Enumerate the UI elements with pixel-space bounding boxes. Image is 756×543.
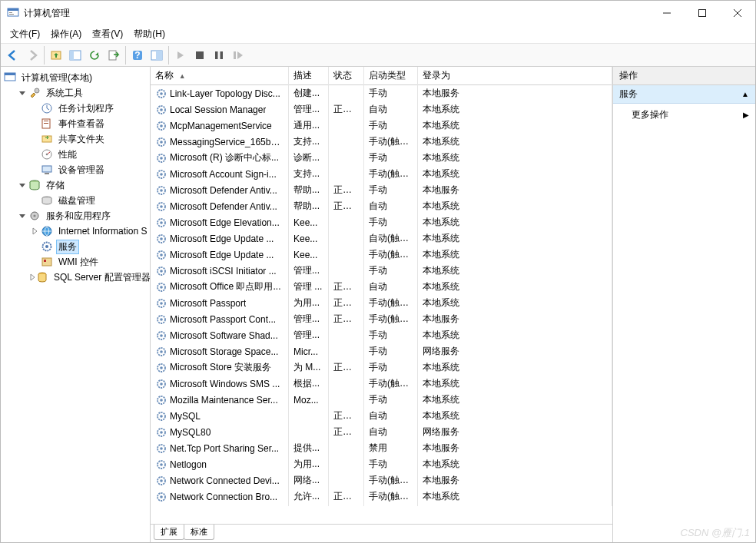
title-bar: 计算机管理 (1, 1, 755, 25)
service-row[interactable]: Microsoft Account Sign-i...支持...手动(触发...… (151, 166, 612, 182)
back-button[interactable] (4, 46, 22, 65)
service-row[interactable]: Local Session Manager管理...正在...自动本地系统 (151, 101, 612, 118)
svg-point-69 (160, 302, 163, 305)
service-row[interactable]: Netlogon为用...手动本地系统 (151, 456, 612, 472)
svg-rect-5 (699, 10, 706, 17)
menu-help[interactable]: 帮助(H) (129, 26, 170, 42)
pause-service-button[interactable] (210, 46, 228, 65)
refresh-button[interactable] (85, 46, 104, 65)
service-row[interactable]: Microsoft Storage Space...Micr...手动网络服务 (151, 343, 612, 359)
tree-label: 系统工具 (44, 86, 85, 101)
tree-item[interactable]: SQL Server 配置管理器 (25, 270, 150, 285)
tree-item[interactable]: 设备管理器 (25, 162, 150, 177)
service-row[interactable]: Microsoft Edge Update ...Kee...手动(触发...本… (151, 247, 612, 263)
properties-button[interactable] (148, 46, 166, 65)
tree-pane[interactable]: 计算机管理(本地)系统工具任务计划程序事件查看器共享文件夹性能设备管理器存储磁盘… (1, 67, 151, 542)
close-button[interactable] (720, 1, 755, 25)
bottom-tabs: 扩展 标准 (151, 524, 612, 542)
service-row[interactable]: Microsoft Defender Antiv...帮助...正在...手动本… (151, 182, 612, 198)
service-row[interactable]: Network Connection Bro...允许...正在...手动(触发… (151, 488, 612, 505)
service-list[interactable]: Link-Layer Topology Disc...创建...手动本地服务Lo… (151, 85, 612, 524)
service-row[interactable]: Microsoft Passport为用...正在...手动(触发...本地系统 (151, 295, 612, 311)
service-row[interactable]: MySQL正在...自动本地系统 (151, 408, 612, 424)
stop-service-button[interactable] (191, 46, 209, 65)
column-startup[interactable]: 启动类型 (364, 67, 418, 85)
service-row[interactable]: Net.Tcp Port Sharing Ser...提供...禁用本地服务 (151, 440, 612, 456)
service-row[interactable]: MySQL80正在...自动网络服务 (151, 424, 612, 440)
service-row[interactable]: MessagingService_165b5...支持...手动(触发...本地… (151, 134, 612, 150)
svg-point-29 (46, 154, 48, 156)
action-group-services[interactable]: 服务 ▲ (613, 85, 755, 104)
service-name: McpManagementService (170, 121, 272, 131)
restart-service-button[interactable] (229, 46, 247, 65)
menu-file[interactable]: 文件(F) (5, 26, 45, 42)
tree-item[interactable]: 存储 (13, 177, 150, 193)
show-hide-tree-button[interactable] (66, 46, 85, 65)
action-more[interactable]: 更多操作 ▶ (613, 104, 755, 126)
svg-rect-16 (196, 51, 204, 59)
menu-view[interactable]: 查看(V) (88, 26, 128, 42)
gear-icon (155, 313, 167, 326)
menu-action[interactable]: 操作(A) (46, 26, 86, 42)
svg-point-59 (160, 221, 163, 224)
service-row[interactable]: Mozilla Maintenance Ser...Moz...手动本地系统 (151, 392, 612, 408)
service-name: Microsoft Passport (170, 298, 246, 309)
svg-point-67 (160, 286, 163, 289)
service-row[interactable]: Microsoft Office 即点即用...管理 ...正在...自动本地系… (151, 279, 612, 295)
tab-extended[interactable]: 扩展 (154, 525, 184, 540)
tree-item[interactable]: 磁盘管理 (25, 193, 150, 208)
service-row[interactable]: Microsoft Defender Antiv...帮助...正在...自动本… (151, 198, 612, 214)
gear-icon (155, 88, 167, 100)
service-row[interactable]: Microsoft Software Shad...管理...手动本地系统 (151, 327, 612, 343)
service-row[interactable]: Microsoft Edge Update ...Kee...自动(触发...本… (151, 230, 612, 247)
maximize-button[interactable] (685, 1, 720, 25)
tree-item[interactable]: Internet Information S (25, 223, 150, 239)
menu-bar: 文件(F) 操作(A) 查看(V) 帮助(H) (1, 25, 755, 44)
help-button[interactable]: ? (128, 46, 147, 65)
gear-icon (155, 120, 167, 132)
service-name: Microsoft Defender Antiv... (170, 185, 277, 196)
service-row[interactable]: Microsoft Passport Cont...管理...正在...手动(触… (151, 311, 612, 327)
service-name: Microsoft Edge Elevation... (170, 217, 280, 228)
service-row[interactable]: Link-Layer Topology Disc...创建...手动本地服务 (151, 85, 612, 101)
service-name: Microsoft Office 即点即用... (170, 280, 280, 293)
up-button[interactable] (47, 46, 65, 65)
service-row[interactable]: Microsoft (R) 诊断中心标...诊断...手动本地系统 (151, 150, 612, 166)
tree-item[interactable]: 服务 (25, 239, 150, 254)
gear-icon (155, 329, 167, 342)
service-row[interactable]: McpManagementService通用...手动本地系统 (151, 118, 612, 134)
tree-item[interactable]: 任务计划程序 (25, 101, 150, 116)
column-status[interactable]: 状态 (329, 67, 364, 85)
column-desc[interactable]: 描述 (289, 67, 329, 85)
column-logon[interactable]: 登录为 (418, 67, 612, 85)
tree-item[interactable]: WMI 控件 (25, 254, 150, 270)
tree-item[interactable]: 服务和应用程序 (13, 208, 150, 223)
svg-point-87 (160, 447, 163, 450)
svg-text:?: ? (134, 50, 140, 61)
service-row[interactable]: Microsoft Edge Elevation...Kee...手动本地系统 (151, 214, 612, 230)
service-row[interactable]: Microsoft Windows SMS ...根据...手动(触发...本地… (151, 376, 612, 392)
gear-icon (155, 265, 167, 277)
svg-point-77 (160, 366, 163, 369)
svg-point-55 (160, 189, 163, 192)
tree-item[interactable]: 性能 (25, 147, 150, 162)
forward-button[interactable] (23, 46, 41, 65)
tab-standard[interactable]: 标准 (184, 525, 214, 540)
service-row[interactable]: Network Connected Devi...网络...手动(触发...本地… (151, 472, 612, 488)
window-title: 计算机管理 (24, 7, 649, 20)
tree-item[interactable]: 共享文件夹 (25, 131, 150, 147)
tree-item[interactable]: 系统工具 (13, 85, 150, 101)
svg-point-83 (160, 415, 163, 418)
tree-root[interactable]: 计算机管理(本地) (1, 70, 150, 85)
export-button[interactable] (104, 46, 123, 65)
service-row[interactable]: Microsoft Store 安装服务为 M...正在...手动本地系统 (151, 359, 612, 376)
minimize-button[interactable] (649, 1, 685, 25)
service-row[interactable]: Microsoft iSCSI Initiator ...管理...手动本地系统 (151, 263, 612, 279)
tree-item[interactable]: 事件查看器 (25, 116, 150, 131)
service-name: Netlogon (170, 459, 207, 470)
svg-rect-30 (42, 166, 51, 172)
column-name[interactable]: 名称 ▲ (151, 67, 289, 85)
svg-rect-2 (9, 12, 12, 13)
start-service-button[interactable] (171, 46, 190, 65)
submenu-arrow-icon: ▶ (743, 111, 749, 119)
